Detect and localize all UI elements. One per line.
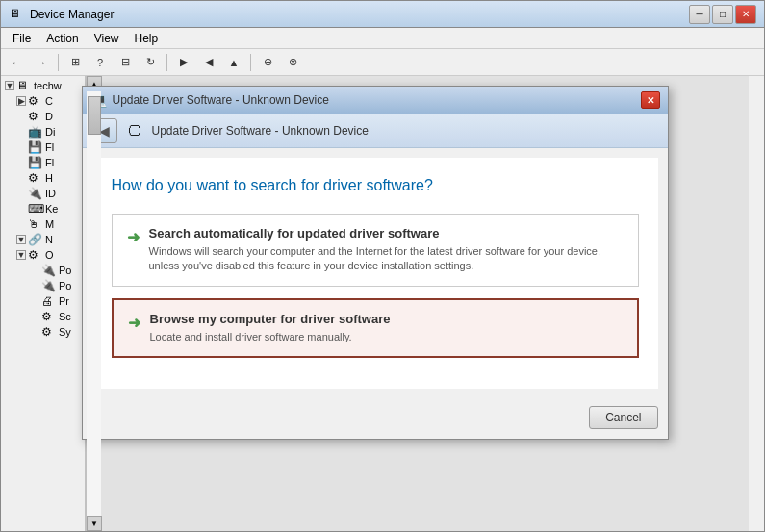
toolbar-btn5[interactable]: ▲ <box>222 52 245 73</box>
dialog-window: 💻 Update Driver Software - Unknown Devic… <box>82 86 669 440</box>
toolbar-btn6[interactable]: ⊕ <box>256 52 279 73</box>
toolbar-back[interactable]: ← <box>5 52 28 73</box>
scroll-track[interactable] <box>87 91 101 516</box>
option-auto-search[interactable]: ➜ Search automatically for updated drive… <box>112 214 639 287</box>
dialog-title-left: 💻 Update Driver Software - Unknown Devic… <box>90 92 329 108</box>
option-text-manual: Browse my computer for driver software L… <box>150 312 623 344</box>
toolbar-scan[interactable]: ↻ <box>139 52 162 73</box>
option-arrow-icon-2: ➜ <box>128 314 140 332</box>
toolbar-btn7[interactable]: ⊗ <box>281 52 304 73</box>
toolbar-sep-3 <box>250 54 251 71</box>
toolbar-help[interactable]: ? <box>89 52 112 73</box>
scroll-thumb[interactable] <box>88 96 101 135</box>
main-area: ▼ 🖥 techw ▶ ⚙ C ⚙ D 📺 Di 💾 <box>1 76 764 531</box>
option-manual-browse[interactable]: ➜ Browse my computer for driver software… <box>112 298 639 358</box>
device-manager-window: 🖥 Device Manager ─ □ ✕ File Action View … <box>0 0 765 532</box>
option-text-auto: Search automatically for updated driver … <box>149 226 624 274</box>
option-arrow-icon: ➜ <box>127 228 140 246</box>
title-bar-left: 🖥 Device Manager <box>9 7 114 22</box>
close-button[interactable]: ✕ <box>735 5 756 24</box>
option-desc-auto: Windows will search your computer and th… <box>149 244 624 274</box>
dialog-nav-bar: ◀ 🖵 Update Driver Software - Unknown Dev… <box>83 114 668 148</box>
minimize-button[interactable]: ─ <box>689 5 710 24</box>
option-title-manual: Browse my computer for driver software <box>150 312 623 326</box>
menu-help[interactable]: Help <box>127 28 166 48</box>
toolbar-btn3[interactable]: ▶ <box>172 52 195 73</box>
title-bar: 🖥 Device Manager ─ □ ✕ <box>1 1 764 28</box>
option-title-auto: Search automatically for updated driver … <box>149 226 624 241</box>
option-desc-manual: Locate and install driver software manua… <box>150 330 623 344</box>
dialog-footer: Cancel <box>83 398 668 439</box>
maximize-button[interactable]: □ <box>712 5 733 24</box>
toolbar-properties[interactable]: ⊞ <box>64 52 87 73</box>
toolbar: ← → ⊞ ? ⊟ ↻ ▶ ◀ ▲ ⊕ ⊗ <box>1 49 764 76</box>
toolbar-sep-1 <box>58 54 59 71</box>
dialog-title-bar: 💻 Update Driver Software - Unknown Devic… <box>83 87 668 114</box>
dialog-nav-title: Update Driver Software - Unknown Device <box>152 124 369 138</box>
toolbar-forward[interactable]: → <box>30 52 53 73</box>
menu-action[interactable]: Action <box>38 28 86 48</box>
toolbar-disable[interactable]: ⊟ <box>114 52 137 73</box>
dialog-nav-icon: 🖵 <box>125 121 144 140</box>
menu-file[interactable]: File <box>5 28 38 48</box>
dialog-title-text: Update Driver Software - Unknown Device <box>113 93 329 107</box>
window-title: Device Manager <box>30 8 114 21</box>
dialog-question: How do you want to search for driver sof… <box>112 177 639 194</box>
right-scrollbar: ▲ ▼ <box>86 76 101 531</box>
dialog-content: How do you want to search for driver sof… <box>92 158 658 389</box>
title-bar-buttons: ─ □ ✕ <box>689 5 756 24</box>
toolbar-sep-2 <box>166 54 167 71</box>
dialog-overlay: 💻 Update Driver Software - Unknown Devic… <box>1 76 749 531</box>
menu-bar: File Action View Help <box>1 28 764 49</box>
toolbar-btn4[interactable]: ◀ <box>197 52 220 73</box>
dialog-close-button[interactable]: ✕ <box>641 91 660 109</box>
window-icon: 🖥 <box>9 7 24 22</box>
menu-view[interactable]: View <box>87 28 127 48</box>
cancel-button[interactable]: Cancel <box>589 406 657 429</box>
